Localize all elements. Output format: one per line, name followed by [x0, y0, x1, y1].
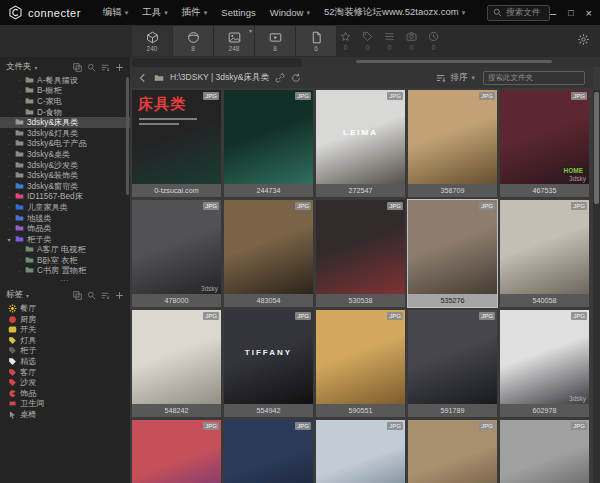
asset-card[interactable]: JPG483054: [224, 200, 313, 307]
sort-icon[interactable]: [101, 291, 110, 300]
global-search-input[interactable]: 搜索文件: [487, 5, 550, 21]
asset-thumbnail[interactable]: JPG: [224, 420, 313, 483]
folder-tree-item[interactable]: ·B-橱柜: [0, 86, 130, 97]
sort-icon[interactable]: [436, 73, 446, 83]
asset-card[interactable]: JPGLEIMA272547: [316, 90, 405, 197]
menu-tools[interactable]: 工具▾: [142, 6, 168, 19]
asset-thumbnail[interactable]: JPG: [408, 420, 497, 483]
filter-cube-3d[interactable]: 240: [132, 26, 173, 56]
asset-card[interactable]: JPGTIFFANY554942: [224, 310, 313, 417]
back-icon[interactable]: [138, 73, 148, 83]
sidebar-scrollbar[interactable]: [126, 77, 129, 195]
menu-forum-link[interactable]: 52淘装修论坛www.52taozx.com▾: [324, 6, 465, 19]
asset-card[interactable]: JPG590551: [316, 310, 405, 417]
asset-thumbnail[interactable]: JPGHOME3dsky: [500, 90, 589, 184]
folder-tree-item[interactable]: ·3dsky&床具类: [0, 117, 130, 128]
asset-card[interactable]: JPGHOME3dsky467535: [500, 90, 589, 197]
folder-tree-item[interactable]: ·3dsky&沙发类: [0, 160, 130, 171]
collapse-all-icon[interactable]: [73, 291, 82, 300]
active-folder-tab[interactable]: [132, 58, 302, 67]
folder-tree-item[interactable]: ·D-食物: [0, 107, 130, 118]
asset-thumbnail[interactable]: JPG: [316, 420, 405, 483]
folder-tree-item[interactable]: ·3dsky&电子产品: [0, 139, 130, 150]
asset-card[interactable]: JPG床具类0-tzsucai.com: [132, 90, 221, 197]
filter-clock[interactable]: 0: [426, 26, 441, 56]
asset-card[interactable]: JPG548242: [132, 310, 221, 417]
filter-star[interactable]: 0: [338, 26, 353, 56]
asset-card[interactable]: JPG: [132, 420, 221, 483]
folder-tree-item[interactable]: ·B卧室 衣柜: [0, 255, 130, 266]
folder-tree-item[interactable]: ·C-家电: [0, 96, 130, 107]
folder-tree-item[interactable]: ·A客厅 电视柜: [0, 245, 130, 256]
menu-window[interactable]: Window▾: [270, 7, 310, 18]
asset-card[interactable]: JPG530538: [316, 200, 405, 307]
sort-icon[interactable]: [101, 63, 110, 72]
tag-item[interactable]: 精选: [0, 356, 130, 367]
scrollbar-thumb[interactable]: [594, 92, 599, 204]
tag-item[interactable]: 柜子: [0, 346, 130, 357]
collapse-all-icon[interactable]: [73, 63, 82, 72]
folder-tree-item[interactable]: ·饰品类: [0, 223, 130, 234]
breadcrumb[interactable]: H:\3DSKY | 3dsky&床具类: [170, 72, 269, 84]
vertical-scrollbar[interactable]: [593, 90, 600, 483]
chevron-down-icon[interactable]: ▾: [26, 292, 29, 299]
filter-video[interactable]: 8: [255, 26, 296, 56]
asset-thumbnail[interactable]: JPG: [500, 420, 589, 483]
filter-camera[interactable]: 0: [404, 26, 419, 56]
folder-tree-item[interactable]: ·儿童家具类: [0, 202, 130, 213]
tag-item[interactable]: 饰品: [0, 388, 130, 399]
tag-item[interactable]: 厨房: [0, 314, 130, 325]
asset-thumbnail[interactable]: JPGTIFFANY: [224, 310, 313, 404]
asset-card[interactable]: JPG540058: [500, 200, 589, 307]
menu-settings[interactable]: Settings: [221, 7, 255, 18]
asset-thumbnail[interactable]: JPG: [500, 200, 589, 294]
asset-thumbnail[interactable]: JPG: [132, 420, 221, 483]
tag-item[interactable]: 沙发: [0, 377, 130, 388]
tag-item[interactable]: 卫生间: [0, 399, 130, 410]
search-icon[interactable]: [87, 63, 96, 72]
tag-item[interactable]: 桌椅: [0, 409, 130, 420]
asset-thumbnail[interactable]: JPG: [408, 90, 497, 184]
asset-thumbnail[interactable]: JPG3dsky: [132, 200, 221, 294]
add-folder-icon[interactable]: [115, 63, 124, 72]
filter-tag[interactable]: 0: [360, 26, 375, 56]
chevron-down-icon[interactable]: ▾: [471, 74, 475, 82]
panel-splitter-handle[interactable]: ⋯: [0, 276, 130, 285]
maximize-button[interactable]: □: [568, 8, 573, 18]
tag-item[interactable]: 开关: [0, 324, 130, 335]
search-icon[interactable]: [87, 291, 96, 300]
asset-thumbnail[interactable]: JPG: [316, 200, 405, 294]
asset-thumbnail[interactable]: JPG3dsky: [500, 310, 589, 404]
asset-thumbnail[interactable]: JPG: [132, 310, 221, 404]
add-tag-icon[interactable]: [115, 291, 124, 300]
filter-material-sphere[interactable]: 8: [173, 26, 214, 56]
folder-tree-item[interactable]: ·3dsky&灯具类: [0, 128, 130, 139]
tag-item[interactable]: 餐厅: [0, 303, 130, 314]
link-icon[interactable]: [275, 73, 285, 83]
gear-icon[interactable]: [577, 33, 590, 46]
asset-card[interactable]: JPG535276: [408, 200, 497, 307]
asset-card[interactable]: JPG: [408, 420, 497, 483]
folder-tree-item[interactable]: ·3dsky&窗帘类: [0, 181, 130, 192]
asset-thumbnail[interactable]: JPG: [224, 200, 313, 294]
asset-card[interactable]: JPG: [224, 420, 313, 483]
asset-thumbnail[interactable]: JPG: [408, 200, 497, 294]
menu-edit[interactable]: 编辑▾: [103, 6, 129, 19]
folder-tree-item[interactable]: ·3dsky&装饰类: [0, 170, 130, 181]
chevron-down-icon[interactable]: ▾: [35, 64, 38, 71]
folder-tree-item[interactable]: ·A-餐具摆设: [0, 75, 130, 86]
tag-item[interactable]: 灯具: [0, 335, 130, 346]
asset-card[interactable]: JPG358709: [408, 90, 497, 197]
sort-label[interactable]: 排序: [450, 72, 467, 84]
minimize-button[interactable]: –: [550, 7, 556, 19]
tabs-scrollbar[interactable]: [356, 60, 552, 63]
asset-card[interactable]: JPG244734: [224, 90, 313, 197]
asset-card[interactable]: JPG3dsky602978: [500, 310, 589, 417]
asset-thumbnail[interactable]: JPG: [224, 90, 313, 184]
asset-thumbnail[interactable]: JPG床具类: [132, 90, 221, 184]
asset-thumbnail[interactable]: JPG: [408, 310, 497, 404]
close-button[interactable]: ×: [586, 7, 592, 19]
tag-item[interactable]: 客厅: [0, 367, 130, 378]
asset-card[interactable]: JPG: [500, 420, 589, 483]
refresh-icon[interactable]: [291, 73, 301, 83]
